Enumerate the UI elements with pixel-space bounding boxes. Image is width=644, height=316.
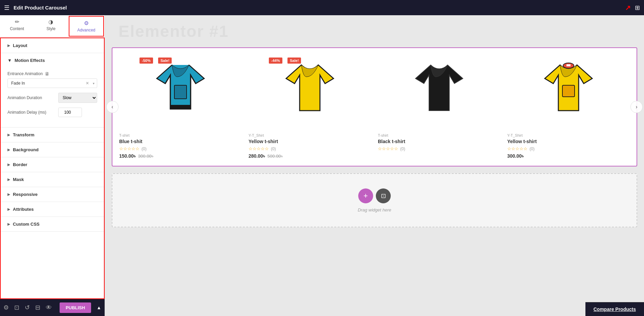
product-name-3: Black t-shirt bbox=[378, 139, 500, 144]
sidebar-sections: ▶ Layout ▼ Motion Effects Entrance Anima… bbox=[0, 38, 105, 299]
product-category-2: Y-T_Shirt bbox=[249, 133, 371, 137]
sidebar-item-mask[interactable]: ▶ Mask bbox=[1, 172, 104, 187]
sidebar-item-border[interactable]: ▶ Border bbox=[1, 157, 104, 172]
star-icon-1: ☆☆☆☆☆ bbox=[119, 146, 139, 151]
svg-rect-3 bbox=[566, 64, 571, 66]
compare-products-bar[interactable]: Compare Products bbox=[585, 302, 644, 316]
sidebar-item-custom-css[interactable]: ▶ Custom CSS bbox=[1, 217, 104, 232]
select-clear-icon[interactable]: ✕ bbox=[86, 81, 89, 86]
entrance-animation-label: Entrance Animation 🖥 bbox=[7, 71, 97, 76]
tab-style[interactable]: ◑ Style bbox=[34, 15, 68, 37]
carousel-prev-button[interactable]: ‹ bbox=[106, 101, 119, 113]
settings-icon[interactable]: ⚙ bbox=[3, 304, 9, 311]
entrance-animation-select[interactable]: Fade In Fade Out Slide In Left Slide In … bbox=[7, 78, 97, 88]
product-name-1: Blue t-shit bbox=[119, 139, 242, 144]
star-icon-3: ☆☆☆☆☆ bbox=[378, 146, 398, 151]
price-current-4: 300.00৳ bbox=[507, 153, 523, 159]
sidebar-item-attributes[interactable]: ▶ Attributes bbox=[1, 202, 104, 217]
monitor-icon: 🖥 bbox=[45, 71, 49, 76]
sidebar-item-responsive[interactable]: ▶ Responsive bbox=[1, 187, 104, 202]
tshirt-blue-svg bbox=[153, 55, 208, 122]
product-stars-1: ☆☆☆☆☆ (0) bbox=[119, 146, 242, 151]
product-stars-2: ☆☆☆☆☆ (0) bbox=[249, 146, 371, 151]
products-grid: -50% Sale! bbox=[119, 55, 630, 159]
custom-css-label: Custom CSS bbox=[13, 222, 40, 227]
product-name-2: Yellow t-shirt bbox=[249, 139, 371, 144]
badge-sale-2: Sale! bbox=[287, 58, 301, 64]
responsive-preview-icon[interactable]: ⊟ bbox=[35, 304, 40, 311]
publish-button[interactable]: PUBLISH bbox=[60, 302, 91, 313]
entrance-animation-wrapper: Fade In Fade Out Slide In Left Slide In … bbox=[7, 78, 97, 88]
drop-icons: + ⊡ bbox=[358, 188, 391, 203]
mask-label: Mask bbox=[13, 177, 24, 182]
page-title: Edit Product Carousel bbox=[14, 5, 618, 10]
animation-duration-select[interactable]: Default Slow Normal Fast bbox=[58, 93, 97, 103]
animation-duration-field: Animation Duration Default Slow Normal F… bbox=[7, 93, 97, 103]
product-image-4 bbox=[507, 55, 630, 129]
border-label: Border bbox=[13, 162, 27, 167]
product-price-2: 280.00৳ 500.00৳ bbox=[249, 153, 371, 159]
drop-zone-label: Drag widget here bbox=[358, 207, 391, 212]
product-image-2: -44% Sale! bbox=[249, 55, 371, 129]
badge-discount-1: -50% bbox=[139, 58, 153, 64]
product-stars-3: ☆☆☆☆☆ (0) bbox=[378, 146, 500, 151]
review-count-1: (0) bbox=[142, 146, 147, 151]
elementor-header: Elementor #1 bbox=[112, 22, 637, 41]
product-image-3 bbox=[378, 55, 500, 129]
carousel-next-button[interactable]: › bbox=[630, 101, 643, 113]
transform-arrow-icon: ▶ bbox=[7, 133, 10, 137]
select-chevron-icon: ▾ bbox=[93, 82, 94, 85]
sidebar-item-transform[interactable]: ▶ Transform bbox=[1, 128, 104, 142]
hamburger-icon[interactable]: ☰ bbox=[4, 4, 9, 12]
layers-icon[interactable]: ⊡ bbox=[14, 304, 19, 311]
layout-label: Layout bbox=[13, 43, 27, 48]
svg-rect-4 bbox=[562, 85, 575, 97]
add-widget-button[interactable]: + bbox=[358, 188, 373, 203]
badge-discount-2: -44% bbox=[269, 58, 282, 64]
tshirt-yellow-svg bbox=[283, 55, 337, 122]
chevron-up-icon[interactable]: ▲ bbox=[96, 305, 101, 310]
tab-content[interactable]: ✏ Content bbox=[0, 15, 34, 37]
style-icon: ◑ bbox=[48, 19, 53, 25]
animation-delay-label: Animation Delay (ms) bbox=[7, 110, 55, 115]
history-icon[interactable]: ↺ bbox=[25, 304, 30, 311]
star-icon-4: ☆☆☆☆☆ bbox=[507, 146, 528, 151]
price-original-2: 500.00৳ bbox=[267, 154, 283, 159]
product-name-4: Yellow t-shirt bbox=[507, 139, 630, 144]
background-arrow-icon: ▶ bbox=[7, 148, 10, 152]
product-category-3: T-shirt bbox=[378, 133, 500, 137]
mask-arrow-icon: ▶ bbox=[7, 178, 10, 181]
star-icon-2: ☆☆☆☆☆ bbox=[249, 146, 269, 151]
animation-delay-field: Animation Delay (ms) bbox=[7, 108, 97, 117]
responsive-arrow-icon: ▶ bbox=[7, 193, 10, 196]
price-original-1: 300.00৳ bbox=[138, 154, 153, 159]
product-price-4: 300.00৳ bbox=[507, 153, 630, 159]
tab-advanced[interactable]: ⚙ Advanced bbox=[69, 16, 104, 37]
folder-widget-button[interactable]: ⊡ bbox=[376, 188, 391, 203]
attributes-label: Attributes bbox=[13, 207, 34, 212]
eye-icon[interactable]: 👁 bbox=[46, 304, 52, 311]
product-card-2: -44% Sale! Y-T_Shirt Yellow t-shirt ☆☆☆☆… bbox=[249, 55, 371, 159]
compare-products-label: Compare Products bbox=[594, 307, 636, 312]
main-content: Elementor #1 ‹ › -50% Sale! bbox=[105, 15, 644, 316]
animation-delay-input[interactable] bbox=[58, 108, 82, 117]
tab-style-label: Style bbox=[46, 26, 56, 31]
layout-arrow-icon: ▶ bbox=[7, 44, 10, 47]
grid-icon[interactable]: ⊞ bbox=[635, 4, 640, 12]
border-arrow-icon: ▶ bbox=[7, 163, 10, 166]
sidebar-item-background[interactable]: ▶ Background bbox=[1, 142, 104, 157]
motion-effects-body: Entrance Animation 🖥 Fade In Fade Out Sl… bbox=[1, 68, 104, 127]
product-category-1: T-shirt bbox=[119, 133, 242, 137]
top-bar: ☰ Edit Product Carousel ↗ ⊞ bbox=[0, 0, 644, 15]
badge-sale-1: Sale! bbox=[158, 58, 172, 64]
content-icon: ✏ bbox=[15, 19, 19, 25]
product-image-1: -50% Sale! bbox=[119, 55, 242, 129]
red-arrow-icon: ↗ bbox=[625, 4, 631, 12]
svg-rect-1 bbox=[170, 105, 191, 109]
motion-effects-header[interactable]: ▼ Motion Effects bbox=[1, 53, 104, 68]
product-card-1: -50% Sale! bbox=[119, 55, 242, 159]
review-count-2: (0) bbox=[271, 146, 276, 151]
product-carousel: ‹ › -50% Sale! bbox=[112, 47, 637, 166]
custom-css-arrow-icon: ▶ bbox=[7, 222, 10, 226]
sidebar-item-layout[interactable]: ▶ Layout bbox=[1, 38, 104, 53]
